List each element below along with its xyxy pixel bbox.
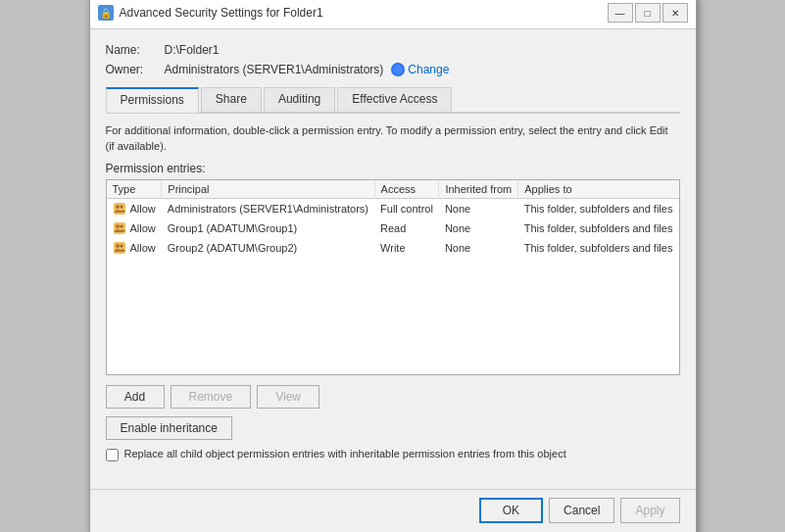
svg-point-5 [120,224,123,227]
svg-rect-0 [114,203,125,215]
cell-inherited: None [439,198,518,218]
user-group-icon [113,202,126,216]
svg-rect-3 [114,222,125,234]
view-button[interactable]: View [257,385,319,409]
cell-principal: Administrators (SERVER1\Administrators) [162,198,374,218]
change-link-text: Change [408,63,449,76]
titlebar: 🔒 Advanced Security Settings for Folder1… [90,0,696,29]
cell-type: Allow [107,238,162,258]
cancel-button[interactable]: Cancel [549,498,614,523]
content-area: Name: D:\Folder1 Owner: Administrators (… [90,29,696,489]
cell-inherited: None [439,238,518,258]
tab-share[interactable]: Share [201,87,262,113]
cell-applies: This folder, subfolders and files [518,198,679,218]
cell-applies: This folder, subfolders and files [518,218,679,238]
user-group-icon [113,221,126,235]
svg-point-2 [120,205,123,208]
type-text: Allow [130,203,156,215]
owner-value: Administrators (SERVER1\Administrators) [165,63,384,76]
cell-access: Read [374,218,439,238]
main-window: 🔒 Advanced Security Settings for Folder1… [89,0,697,532]
name-row: Name: D:\Folder1 [106,43,680,57]
permission-table: Type Principal Access Inherited from App… [107,180,679,258]
cell-principal: Group2 (ADATUM\Group2) [162,238,374,258]
close-button[interactable]: ✕ [662,3,688,23]
table-row[interactable]: AllowGroup2 (ADATUM\Group2)WriteNoneThis… [107,238,679,258]
table-header-row: Type Principal Access Inherited from App… [107,180,679,199]
col-principal: Principal [162,180,374,199]
titlebar-controls: — □ ✕ [608,3,688,23]
name-value: D:\Folder1 [165,43,220,57]
cell-access: Full control [374,198,439,218]
tab-auditing[interactable]: Auditing [264,87,335,113]
info-text: For additional information, double-click… [106,123,680,154]
tab-bar: Permissions Share Auditing Effective Acc… [106,86,680,114]
remove-button[interactable]: Remove [171,385,252,409]
cell-type: Allow [107,199,162,218]
window-icon: 🔒 [98,5,114,21]
maximize-button[interactable]: □ [635,3,661,23]
cell-inherited: None [439,218,518,238]
name-label: Name: [106,43,165,57]
checkbox-row: Replace all child object permission entr… [106,448,680,461]
table-row[interactable]: AllowGroup1 (ADATUM\Group1)ReadNoneThis … [107,218,679,238]
apply-button[interactable]: Apply [620,498,679,523]
svg-point-4 [116,224,120,228]
replace-permissions-checkbox[interactable] [106,449,119,461]
owner-label: Owner: [106,63,165,76]
svg-rect-6 [114,242,125,254]
table-row[interactable]: AllowAdministrators (SERVER1\Administrat… [107,198,679,218]
type-text: Allow [130,222,156,234]
cell-type: Allow [107,218,162,238]
svg-point-1 [116,205,120,209]
permission-table-wrapper[interactable]: Type Principal Access Inherited from App… [106,179,680,375]
svg-point-8 [120,244,123,247]
cell-applies: This folder, subfolders and files [518,238,679,258]
type-text: Allow [130,242,156,254]
cell-access: Write [374,238,439,258]
minimize-button[interactable]: — [608,3,633,23]
tab-permissions[interactable]: Permissions [106,87,199,113]
tab-effective-access[interactable]: Effective Access [337,87,452,113]
svg-point-7 [116,244,120,248]
ok-button[interactable]: OK [479,498,543,523]
col-applies: Applies to [518,180,679,199]
enable-inheritance-button[interactable]: Enable inheritance [106,416,232,440]
window-title: Advanced Security Settings for Folder1 [120,6,323,20]
action-buttons-row: Add Remove View [106,385,680,409]
replace-permissions-label: Replace all child object permission entr… [124,448,566,459]
col-type: Type [107,180,162,199]
footer: OK Cancel Apply [90,489,696,532]
col-inherited: Inherited from [439,180,518,199]
change-link[interactable]: Change [391,63,449,76]
col-access: Access [374,180,439,199]
titlebar-left: 🔒 Advanced Security Settings for Folder1 [98,5,323,21]
change-icon [391,63,405,76]
owner-row: Owner: Administrators (SERVER1\Administr… [106,63,680,76]
user-group-icon [113,241,126,255]
section-label: Permission entries: [106,162,680,175]
cell-principal: Group1 (ADATUM\Group1) [162,218,374,238]
add-button[interactable]: Add [106,385,165,409]
